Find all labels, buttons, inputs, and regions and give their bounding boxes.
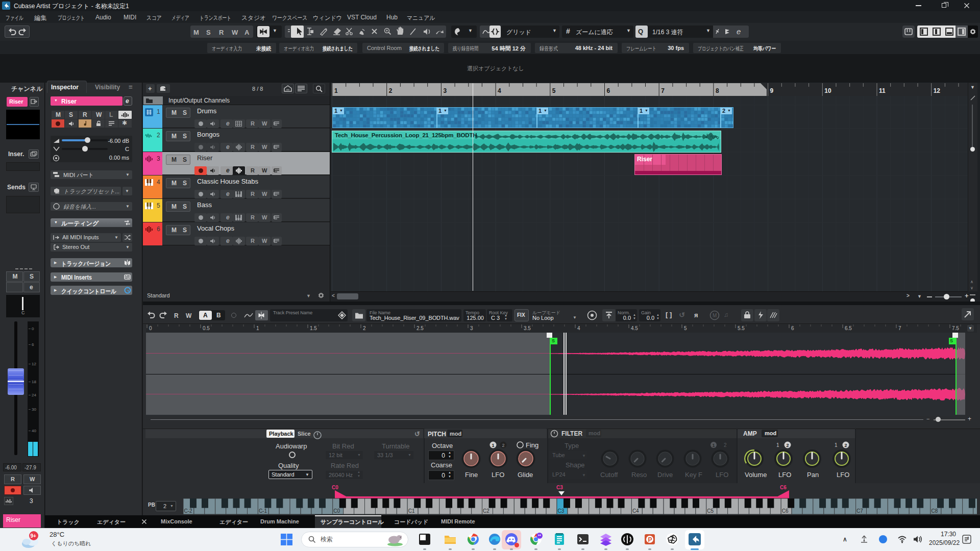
svg-text:AMP: AMP xyxy=(743,430,757,437)
svg-text:LFO: LFO xyxy=(492,471,504,479)
svg-text:Tube: Tube xyxy=(552,452,565,458)
svg-text:Fine: Fine xyxy=(465,471,478,479)
svg-text:1: 1 xyxy=(713,443,715,448)
svg-text:10: 10 xyxy=(824,87,831,94)
svg-text:2: 2 xyxy=(787,443,789,448)
svg-text:C-2: C-2 xyxy=(184,508,193,514)
svg-text:6.5: 6.5 xyxy=(845,325,852,331)
svg-text:C1: C1 xyxy=(408,508,415,514)
svg-text:Cutoff: Cutoff xyxy=(600,471,618,479)
svg-text:1: 1 xyxy=(334,87,338,94)
svg-text:mod: mod xyxy=(589,430,600,436)
svg-text:LFO: LFO xyxy=(778,471,791,479)
svg-text:8: 8 xyxy=(716,87,719,94)
svg-text:Volume: Volume xyxy=(745,471,767,479)
svg-text:P: P xyxy=(648,536,652,543)
svg-text:2: 2 xyxy=(502,443,505,448)
svg-text:4.5: 4.5 xyxy=(631,325,638,331)
svg-text:C8: C8 xyxy=(932,508,938,514)
svg-text:1.5: 1.5 xyxy=(310,325,317,331)
svg-text:0: 0 xyxy=(149,325,152,331)
svg-text:9+: 9+ xyxy=(31,533,37,539)
svg-text:2: 2 xyxy=(724,442,727,448)
svg-text:Glide: Glide xyxy=(518,471,533,479)
svg-text:M: M xyxy=(713,313,717,318)
svg-text:11: 11 xyxy=(879,87,886,94)
svg-text:C7: C7 xyxy=(856,508,863,514)
svg-text:Drive: Drive xyxy=(657,471,673,479)
svg-text:C4: C4 xyxy=(632,508,639,514)
svg-text:5.5: 5.5 xyxy=(738,325,745,331)
svg-text:0.5: 0.5 xyxy=(203,325,210,331)
svg-text:2: 2 xyxy=(389,87,393,94)
svg-text:7: 7 xyxy=(661,87,665,94)
svg-text:2.5: 2.5 xyxy=(416,325,424,331)
svg-text:7.5: 7.5 xyxy=(952,325,959,331)
svg-text:z: z xyxy=(967,536,969,539)
svg-text:1: 1 xyxy=(835,442,838,448)
svg-text:C-1: C-1 xyxy=(259,508,267,514)
svg-text:4: 4 xyxy=(498,87,501,94)
svg-text:3: 3 xyxy=(470,325,473,331)
svg-text:e: e xyxy=(737,27,741,36)
svg-text:FILTER: FILTER xyxy=(561,430,582,437)
svg-text:Shape: Shape xyxy=(566,461,585,469)
svg-text:C0: C0 xyxy=(333,508,340,514)
svg-text:Fing: Fing xyxy=(526,441,538,449)
svg-text:C2: C2 xyxy=(483,508,489,514)
svg-text:1: 1 xyxy=(256,325,259,331)
svg-text:12: 12 xyxy=(934,87,941,94)
svg-text:▼: ▼ xyxy=(582,473,586,478)
svg-text:Pan: Pan xyxy=(807,471,819,479)
svg-text:6: 6 xyxy=(607,87,610,94)
svg-text:3: 3 xyxy=(443,87,447,94)
svg-text:4: 4 xyxy=(577,325,580,331)
svg-text:C6: C6 xyxy=(782,508,789,514)
svg-text:2: 2 xyxy=(845,443,847,448)
svg-text:Type: Type xyxy=(565,442,579,449)
svg-text:C5: C5 xyxy=(707,508,714,514)
svg-text:LFO: LFO xyxy=(716,471,728,479)
svg-text:3.5: 3.5 xyxy=(524,325,531,331)
svg-text:LP24: LP24 xyxy=(552,471,566,478)
svg-text:C3: C3 xyxy=(558,508,565,514)
svg-text:mod: mod xyxy=(765,430,776,436)
svg-text:Key F: Key F xyxy=(685,471,702,479)
svg-text:2: 2 xyxy=(363,325,366,331)
svg-text:7: 7 xyxy=(898,325,901,331)
svg-text:5: 5 xyxy=(684,325,687,331)
svg-text:1: 1 xyxy=(776,442,779,448)
svg-text:Reso: Reso xyxy=(631,471,647,479)
svg-text:LFO: LFO xyxy=(837,471,849,479)
svg-text:9: 9 xyxy=(770,87,774,94)
svg-text:5: 5 xyxy=(552,87,556,94)
svg-text:6: 6 xyxy=(791,325,794,331)
svg-text:▼: ▼ xyxy=(582,454,586,458)
svg-text:1: 1 xyxy=(492,443,495,448)
